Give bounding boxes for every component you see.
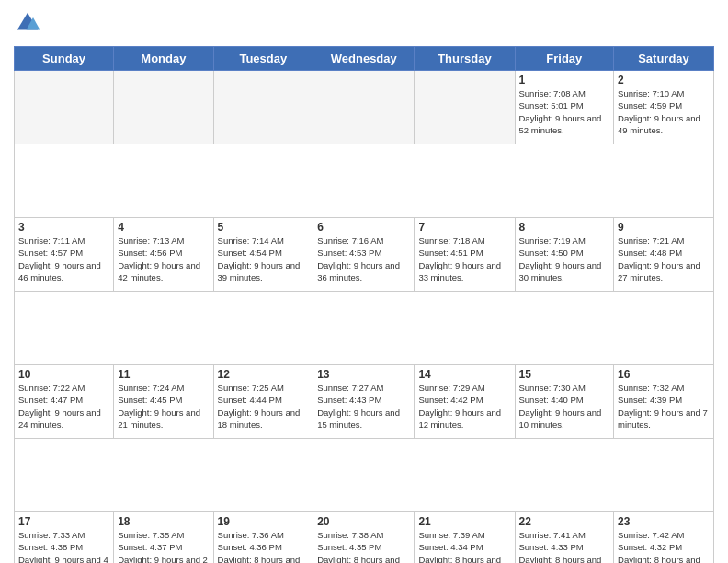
page-header <box>14 9 714 37</box>
day-info: Sunrise: 7:32 AM Sunset: 4:39 PM Dayligh… <box>618 382 710 431</box>
calendar-week-2: 3Sunrise: 7:11 AM Sunset: 4:57 PM Daylig… <box>15 218 714 292</box>
col-header-monday: Monday <box>114 47 213 71</box>
day-info: Sunrise: 7:35 AM Sunset: 4:37 PM Dayligh… <box>118 529 209 563</box>
calendar-day: 2Sunrise: 7:10 AM Sunset: 4:59 PM Daylig… <box>614 71 714 144</box>
day-number: 20 <box>317 515 410 528</box>
col-header-saturday: Saturday <box>614 47 714 71</box>
day-info: Sunrise: 7:18 AM Sunset: 4:51 PM Dayligh… <box>418 235 510 283</box>
day-number: 14 <box>418 368 510 381</box>
day-info: Sunrise: 7:33 AM Sunset: 4:38 PM Dayligh… <box>18 529 109 563</box>
day-number: 1 <box>519 74 610 86</box>
calendar-day: 18Sunrise: 7:35 AM Sunset: 4:37 PM Dayli… <box>114 512 213 564</box>
calendar-day <box>313 71 415 144</box>
week-separator <box>15 144 714 218</box>
day-info: Sunrise: 7:29 AM Sunset: 4:42 PM Dayligh… <box>418 382 510 431</box>
calendar-day: 12Sunrise: 7:25 AM Sunset: 4:44 PM Dayli… <box>213 365 313 439</box>
day-number: 15 <box>519 368 610 381</box>
week-separator <box>15 292 714 365</box>
day-info: Sunrise: 7:13 AM Sunset: 4:56 PM Dayligh… <box>118 235 209 283</box>
day-number: 11 <box>118 368 209 381</box>
calendar-day: 8Sunrise: 7:19 AM Sunset: 4:50 PM Daylig… <box>515 218 614 292</box>
calendar-day: 17Sunrise: 7:33 AM Sunset: 4:38 PM Dayli… <box>15 512 114 564</box>
calendar-day: 21Sunrise: 7:39 AM Sunset: 4:34 PM Dayli… <box>415 512 515 564</box>
day-info: Sunrise: 7:24 AM Sunset: 4:45 PM Dayligh… <box>118 382 209 431</box>
calendar-day: 23Sunrise: 7:42 AM Sunset: 4:32 PM Dayli… <box>614 512 714 564</box>
day-number: 2 <box>618 74 710 86</box>
day-info: Sunrise: 7:39 AM Sunset: 4:34 PM Dayligh… <box>418 529 510 563</box>
col-header-tuesday: Tuesday <box>213 47 313 71</box>
calendar-day: 22Sunrise: 7:41 AM Sunset: 4:33 PM Dayli… <box>515 512 614 564</box>
logo-icon <box>14 9 41 37</box>
calendar-day: 11Sunrise: 7:24 AM Sunset: 4:45 PM Dayli… <box>114 365 213 439</box>
col-header-sunday: Sunday <box>15 47 114 71</box>
day-number: 4 <box>118 221 209 234</box>
day-number: 7 <box>418 221 510 234</box>
calendar-day: 3Sunrise: 7:11 AM Sunset: 4:57 PM Daylig… <box>15 218 114 292</box>
calendar-day: 10Sunrise: 7:22 AM Sunset: 4:47 PM Dayli… <box>15 365 114 439</box>
calendar-week-3: 10Sunrise: 7:22 AM Sunset: 4:47 PM Dayli… <box>15 365 714 439</box>
day-info: Sunrise: 7:25 AM Sunset: 4:44 PM Dayligh… <box>218 382 310 431</box>
calendar-day: 14Sunrise: 7:29 AM Sunset: 4:42 PM Dayli… <box>415 365 515 439</box>
day-info: Sunrise: 7:14 AM Sunset: 4:54 PM Dayligh… <box>218 235 310 283</box>
day-info: Sunrise: 7:21 AM Sunset: 4:48 PM Dayligh… <box>618 235 710 283</box>
calendar-header-row: SundayMondayTuesdayWednesdayThursdayFrid… <box>15 47 714 71</box>
calendar-day <box>114 71 213 144</box>
day-number: 19 <box>218 515 310 528</box>
day-number: 22 <box>519 515 610 528</box>
day-number: 23 <box>618 515 710 528</box>
day-info: Sunrise: 7:42 AM Sunset: 4:32 PM Dayligh… <box>618 529 710 563</box>
day-info: Sunrise: 7:27 AM Sunset: 4:43 PM Dayligh… <box>317 382 410 431</box>
day-number: 13 <box>317 368 410 381</box>
calendar-week-1: 1Sunrise: 7:08 AM Sunset: 5:01 PM Daylig… <box>15 71 714 144</box>
calendar-day: 7Sunrise: 7:18 AM Sunset: 4:51 PM Daylig… <box>415 218 515 292</box>
day-info: Sunrise: 7:16 AM Sunset: 4:53 PM Dayligh… <box>317 235 410 283</box>
day-info: Sunrise: 7:10 AM Sunset: 4:59 PM Dayligh… <box>618 87 710 136</box>
day-info: Sunrise: 7:11 AM Sunset: 4:57 PM Dayligh… <box>18 235 109 283</box>
day-number: 3 <box>18 221 109 234</box>
day-number: 6 <box>317 221 410 234</box>
col-header-friday: Friday <box>515 47 614 71</box>
day-number: 12 <box>218 368 310 381</box>
col-header-wednesday: Wednesday <box>313 47 415 71</box>
calendar-day: 4Sunrise: 7:13 AM Sunset: 4:56 PM Daylig… <box>114 218 213 292</box>
calendar-day: 20Sunrise: 7:38 AM Sunset: 4:35 PM Dayli… <box>313 512 415 564</box>
day-info: Sunrise: 7:36 AM Sunset: 4:36 PM Dayligh… <box>218 529 310 563</box>
week-separator <box>15 439 714 512</box>
calendar-day: 5Sunrise: 7:14 AM Sunset: 4:54 PM Daylig… <box>213 218 313 292</box>
calendar-day <box>415 71 515 144</box>
day-number: 21 <box>418 515 510 528</box>
calendar-week-4: 17Sunrise: 7:33 AM Sunset: 4:38 PM Dayli… <box>15 512 714 564</box>
calendar-day: 13Sunrise: 7:27 AM Sunset: 4:43 PM Dayli… <box>313 365 415 439</box>
col-header-thursday: Thursday <box>415 47 515 71</box>
calendar-day: 6Sunrise: 7:16 AM Sunset: 4:53 PM Daylig… <box>313 218 415 292</box>
day-info: Sunrise: 7:30 AM Sunset: 4:40 PM Dayligh… <box>519 382 610 431</box>
day-number: 16 <box>618 368 710 381</box>
day-number: 8 <box>519 221 610 234</box>
day-info: Sunrise: 7:41 AM Sunset: 4:33 PM Dayligh… <box>519 529 610 563</box>
logo <box>14 9 45 37</box>
calendar-day: 19Sunrise: 7:36 AM Sunset: 4:36 PM Dayli… <box>213 512 313 564</box>
calendar-day <box>213 71 313 144</box>
day-number: 18 <box>118 515 209 528</box>
calendar-day: 1Sunrise: 7:08 AM Sunset: 5:01 PM Daylig… <box>515 71 614 144</box>
day-info: Sunrise: 7:38 AM Sunset: 4:35 PM Dayligh… <box>317 529 410 563</box>
day-number: 10 <box>18 368 109 381</box>
calendar-day <box>15 71 114 144</box>
day-number: 17 <box>18 515 109 528</box>
page-container: SundayMondayTuesdayWednesdayThursdayFrid… <box>0 0 728 563</box>
day-number: 5 <box>218 221 310 234</box>
day-info: Sunrise: 7:08 AM Sunset: 5:01 PM Dayligh… <box>519 87 610 136</box>
day-number: 9 <box>618 221 710 234</box>
calendar-day: 9Sunrise: 7:21 AM Sunset: 4:48 PM Daylig… <box>614 218 714 292</box>
calendar-day: 16Sunrise: 7:32 AM Sunset: 4:39 PM Dayli… <box>614 365 714 439</box>
day-info: Sunrise: 7:19 AM Sunset: 4:50 PM Dayligh… <box>519 235 610 283</box>
day-info: Sunrise: 7:22 AM Sunset: 4:47 PM Dayligh… <box>18 382 109 431</box>
calendar-day: 15Sunrise: 7:30 AM Sunset: 4:40 PM Dayli… <box>515 365 614 439</box>
calendar-table: SundayMondayTuesdayWednesdayThursdayFrid… <box>14 46 714 563</box>
